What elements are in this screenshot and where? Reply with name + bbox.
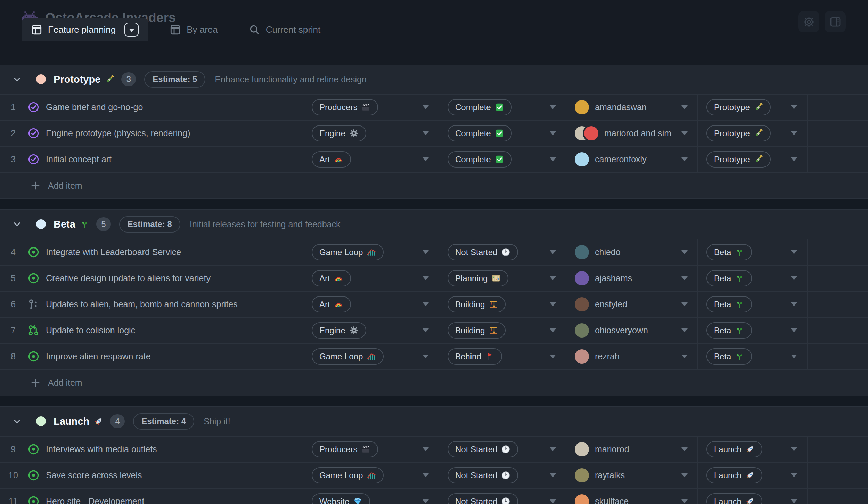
item-title[interactable]: Update to colision logic [46,325,135,335]
status-cell[interactable]: Not Started [439,239,566,265]
tab-current-sprint[interactable]: Current sprint [239,18,330,41]
item-title[interactable]: Integrate with Leaderboard Service [46,247,181,257]
dropdown-caret-icon [423,302,429,306]
avatar-group [575,323,589,338]
stage-cell[interactable]: Prototype [698,147,808,172]
status-cell[interactable]: Building [439,318,566,343]
stage-pill: Prototype [706,99,771,115]
item-title[interactable]: Initial concept art [46,154,112,164]
item-title[interactable]: Improve alien respawn rate [46,351,151,361]
assignee-cell[interactable]: skullface [566,489,698,504]
stage-cell[interactable]: Beta [698,239,808,265]
settings-button[interactable] [798,11,819,32]
collapse-group-button[interactable] [10,220,24,229]
row-number: 1 [0,102,26,112]
table-row: 8Improve alien respawn rateGame LoopBehi… [0,344,868,370]
label-text: Art [319,274,330,283]
view-menu-button[interactable] [124,23,139,37]
stage-pill: Beta [706,244,752,260]
status-cell[interactable]: Not Started [439,437,566,462]
label-cell[interactable]: Game Loop [303,239,439,265]
assignee-cell[interactable]: chiedo [566,239,698,265]
label-cell[interactable]: Engine [303,318,439,343]
avatar-group [575,245,589,259]
assignee-cell[interactable]: ajashams [566,266,698,291]
status-cell[interactable]: Not Started [439,489,566,504]
assignee-cell[interactable]: raytalks [566,463,698,488]
item-title[interactable]: Save score across levels [46,470,142,480]
bottle-icon [754,155,763,164]
stage-cell[interactable]: Launch [698,463,808,488]
label-cell[interactable]: Game Loop [303,344,439,369]
assignee-cell[interactable]: enstyled [566,292,698,317]
table-row: 6Updates to alien, beam, bomb and cannon… [0,292,868,318]
label-cell[interactable]: Art [303,266,439,291]
item-title[interactable]: Creative design update to aliens for var… [46,273,211,283]
coaster-icon [367,471,376,480]
status-cell[interactable]: Complete [439,121,566,146]
stage-cell[interactable]: Beta [698,292,808,317]
add-item-button[interactable]: Add item [0,173,868,198]
coaster-icon [367,247,376,257]
bottle-icon [754,129,763,138]
tab-feature-planning[interactable]: Feature planning [22,18,148,41]
stage-cell[interactable]: Beta [698,344,808,369]
assignee-cell[interactable]: cameronfoxly [566,147,698,172]
row-number: 10 [0,470,26,480]
row-number: 4 [0,247,26,257]
status-cell[interactable]: Not Started [439,463,566,488]
clock-icon [501,445,510,454]
item-title[interactable]: Game brief and go-no-go [46,102,143,112]
assignee-cell[interactable]: amandaswan [566,95,698,120]
status-text: Building [455,300,485,309]
add-item-button[interactable]: Add item [0,370,868,396]
label-text: Website [319,497,349,504]
stage-cell[interactable]: Launch [698,489,808,504]
assignee-cell[interactable]: rezrah [566,344,698,369]
collapse-group-button[interactable] [10,417,24,426]
status-text: Not Started [455,471,497,480]
assignee-cell[interactable]: ohiosveryown [566,318,698,343]
status-cell[interactable]: Planning [439,266,566,291]
bottle-icon [754,103,763,112]
dropdown-caret-icon [791,157,797,161]
side-panel-button[interactable] [825,11,846,32]
stage-cell[interactable]: Launch [698,437,808,462]
dropdown-caret-icon [550,105,556,109]
label-cell[interactable]: Art [303,147,439,172]
label-text: Game Loop [319,352,363,361]
collapse-group-button[interactable] [10,75,24,84]
item-title[interactable]: Updates to alien, beam, bomb and cannon … [46,299,238,309]
bottle-icon [105,75,114,84]
label-cell[interactable]: Producers [303,95,439,120]
status-text: Planning [455,274,488,283]
stage-cell[interactable]: Beta [698,266,808,291]
item-title[interactable]: Engine prototype (physics, rendering) [46,128,190,138]
status-cell[interactable]: Complete [439,147,566,172]
assignee-cell[interactable]: mariorod [566,437,698,462]
row-number: 6 [0,299,26,309]
label-text: Producers [319,103,357,112]
label-text: Art [319,155,330,164]
stage-cell[interactable]: Prototype [698,121,808,146]
label-cell[interactable]: Game Loop [303,463,439,488]
tab-by-area[interactable]: By area [160,18,228,41]
assignee-cell[interactable]: mariorod and sim [566,121,698,146]
add-item-label: Add item [48,378,82,388]
label-cell[interactable]: Art [303,292,439,317]
label-text: Art [319,300,330,309]
status-cell[interactable]: Complete [439,95,566,120]
item-title[interactable]: Interviews with media outlets [46,444,157,454]
stage-cell[interactable]: Beta [698,318,808,343]
item-title[interactable]: Hero site - Developement [46,496,144,504]
label-cell[interactable]: Website [303,489,439,504]
status-cell[interactable]: Building [439,292,566,317]
status-pill: Planning [448,270,508,286]
status-pill: Building [448,296,506,312]
stage-cell[interactable]: Prototype [698,95,808,120]
group-description: Enhance functionality and refine design [215,74,366,84]
label-cell[interactable]: Producers [303,437,439,462]
status-cell[interactable]: Behind [439,344,566,369]
view-tabs: Feature planning By area Current sprint [22,18,330,41]
label-cell[interactable]: Engine [303,121,439,146]
